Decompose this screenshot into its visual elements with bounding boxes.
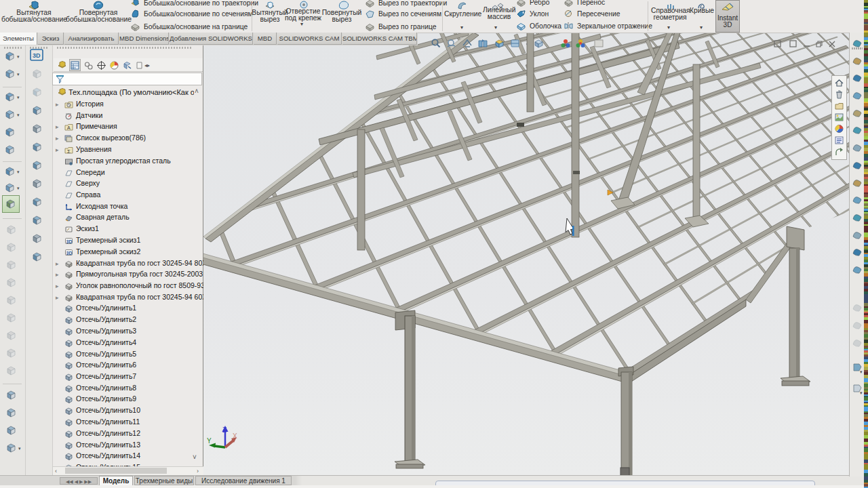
svg-text:A: A (67, 125, 71, 130)
svg-text:3D: 3D (66, 251, 73, 256)
svg-text:X: X (233, 432, 237, 440)
svg-text:Y: Y (207, 437, 212, 445)
svg-text:3D: 3D (33, 52, 41, 59)
svg-text:Σ: Σ (67, 148, 71, 155)
svg-text:Z: Z (222, 426, 226, 434)
svg-text:3D: 3D (66, 239, 73, 244)
